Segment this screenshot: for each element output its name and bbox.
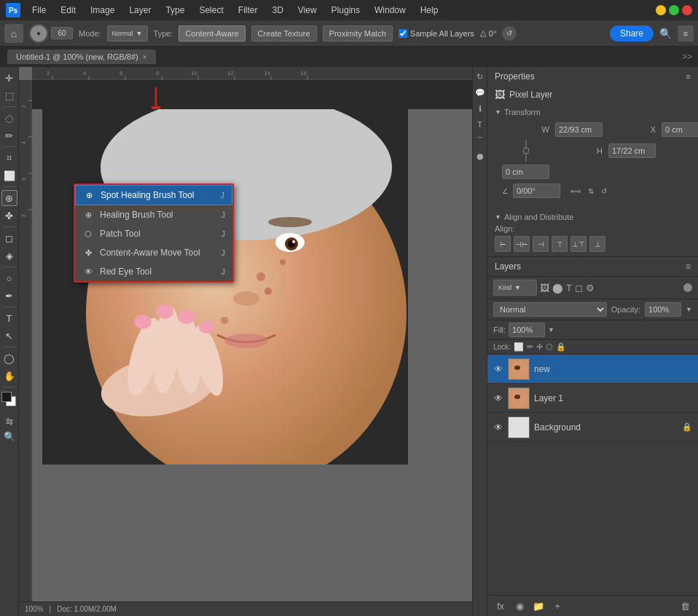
h-input[interactable] [608,143,656,158]
add-layer-btn[interactable]: + [550,599,565,613]
properties-menu-icon[interactable]: ≡ [686,72,691,81]
document-tab[interactable]: Untitled-1 @ 100% (new, RGB/8#) × [7,50,156,64]
layer-item-new[interactable]: 👁 new [487,355,698,384]
layer-item-1[interactable]: 👁 Layer 1 [487,384,698,413]
menu-select[interactable]: Select [196,4,226,17]
type-icon[interactable]: T [474,118,487,131]
menu-file[interactable]: File [29,4,49,17]
pen-tool[interactable]: ✒ [1,288,17,304]
filter-shape-icon[interactable]: ◻ [575,283,583,293]
layers-filter-toggle[interactable] [683,283,692,292]
menu-item-content-aware-move[interactable]: ✤ Content-Aware Move Tool J [75,243,232,262]
hand-tool[interactable]: ✋ [1,368,17,384]
angle-input[interactable] [513,183,560,198]
blend-mode-select[interactable]: Normal [493,302,607,317]
w-input[interactable] [555,122,603,137]
tab-close-btn[interactable]: × [143,53,147,61]
fill-input[interactable] [509,323,545,337]
menu-filter[interactable]: Filter [235,4,261,17]
align-center-v-btn[interactable]: ⊥⊤ [570,236,587,252]
menu-help[interactable]: Help [417,4,442,17]
maximize-button[interactable] [669,5,679,15]
shape-tool[interactable]: ◯ [1,350,17,366]
align-section-title[interactable]: ▼ Align and Distribute [495,213,691,221]
history-icon[interactable]: ↻ [474,70,487,83]
gradient-tool[interactable]: ◈ [1,248,17,264]
minimize-button[interactable] [656,5,666,15]
info-icon[interactable]: ℹ [474,102,487,115]
add-fill-layer-btn[interactable]: fx [493,599,508,613]
sample-all-layers-checkbox[interactable]: Sample All Layers [399,29,474,38]
lock-pixels-icon[interactable]: ✏ [527,342,533,352]
move-tool[interactable]: ✛ [1,70,17,86]
align-right-btn[interactable]: ⊣ [533,236,549,252]
flip-h-icon[interactable]: ⟺ [570,187,581,195]
mode-dropdown[interactable]: Normal ▼ [107,25,148,42]
align-bottom-btn[interactable]: ⊥ [589,236,605,252]
brush-tool[interactable]: ✏ [1,127,17,143]
menu-item-red-eye-tool[interactable]: 👁 Red Eye Tool J [75,262,232,281]
layers-menu-icon[interactable]: ≡ [686,261,691,272]
filter-pixel-icon[interactable]: 🖼 [540,283,549,293]
add-mask-btn[interactable]: ◉ [512,599,527,613]
menu-layer[interactable]: Layer [126,4,154,17]
close-button[interactable] [682,5,692,15]
x-input[interactable] [662,122,698,137]
opacity-input[interactable] [645,302,681,317]
filter-smart-icon[interactable]: ⚙ [586,283,595,293]
lock-transparency-icon[interactable]: ⬜ [514,342,524,352]
zoom-tool[interactable]: 🔍 [1,428,17,444]
lock-position-icon[interactable]: ✛ [536,342,543,352]
menu-plugins[interactable]: Plugins [329,4,363,17]
layer-eye-1[interactable]: 👁 [493,393,503,403]
reset-icon[interactable]: ↺ [601,187,607,195]
home-icon[interactable]: ⌂ [4,24,23,43]
marquee-tool[interactable]: ⬜ [1,167,17,183]
swap-colors-btn[interactable] [4,416,15,427]
lasso-tool[interactable]: ◌ [1,110,17,126]
content-aware-btn[interactable]: Content-Aware [179,25,245,42]
menu-window[interactable]: Window [372,4,409,17]
flip-v-icon[interactable]: ⇅ [588,187,594,195]
align-top-btn[interactable]: ⊤ [552,236,568,252]
link-wh-icon[interactable] [502,140,549,162]
transform-section-title[interactable]: ▼ Transform [495,108,691,117]
panel-options-button[interactable]: ≡ [678,25,694,42]
menu-item-healing-brush[interactable]: ⊕ Healing Brush Tool J [75,205,232,224]
path-icon[interactable]: ⬣ [474,150,487,163]
layer-eye-background[interactable]: 👁 [493,422,503,433]
create-texture-btn[interactable]: Create Texture [251,25,317,42]
delete-layer-btn[interactable]: 🗑 [678,599,692,613]
menu-item-spot-healing[interactable]: ⊕ Spot Healing Brush Tool J [75,185,232,205]
layer-eye-new[interactable]: 👁 [493,364,503,374]
crop-tool[interactable]: ⌗ [1,150,17,166]
menu-edit[interactable]: Edit [58,4,79,17]
share-button[interactable]: Share [610,25,654,42]
lock-artboard-icon[interactable]: ⬡ [546,342,553,352]
menu-type[interactable]: Type [162,4,187,17]
align-left-btn[interactable]: ⊢ [495,236,511,252]
rotation-icon[interactable]: ↺ [502,26,517,41]
filter-type-icon[interactable]: T [566,283,572,293]
clone-stamp-tool[interactable]: ✤ [1,208,17,224]
search-button[interactable]: 🔍 [659,28,672,39]
layers-kind-dropdown[interactable]: Kind▼ [493,280,537,296]
menu-item-patch-tool[interactable]: ⬡ Patch Tool J [75,224,232,243]
path-select-tool[interactable]: ↖ [1,328,17,344]
eraser-tool[interactable]: ◻ [1,230,17,246]
y-input[interactable] [502,165,549,179]
chat-icon[interactable]: 💬 [474,86,487,99]
text-tool[interactable]: T [1,310,17,326]
menu-3d[interactable]: 3D [269,4,286,17]
brush-settings-icon[interactable]: ⌒ [474,134,487,147]
foreground-color-swatch[interactable] [1,392,12,402]
healing-tool[interactable]: ⊕ [1,190,17,206]
dodge-tool[interactable]: ○ [1,270,17,286]
menu-view[interactable]: View [295,4,320,17]
lock-all-icon[interactable]: 🔒 [556,342,566,352]
properties-header[interactable]: Properties ≡ [487,67,698,86]
proximity-match-btn[interactable]: Proximity Match [323,25,393,42]
align-center-h-btn[interactable]: ⊣⊢ [514,236,530,252]
artboard-tool[interactable]: ⬚ [1,87,17,103]
filter-adjustment-icon[interactable]: ⬤ [552,283,563,293]
